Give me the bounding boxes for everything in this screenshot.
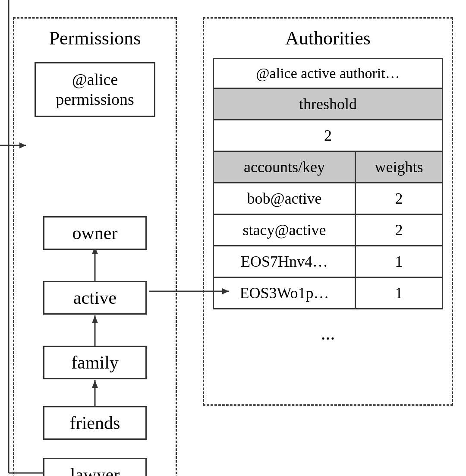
authority-header-row: @alice active authorit… <box>214 59 443 88</box>
authorities-panel: Authorities @alice active authorit… thre… <box>203 17 453 406</box>
permissions-panel: Permissions @alice permissions <box>13 17 177 476</box>
threshold-value-row: 2 <box>214 120 443 151</box>
threshold-label: threshold <box>214 88 443 120</box>
col-weights-header: weights <box>356 151 443 183</box>
threshold-label-row: threshold <box>214 88 443 120</box>
active-node: active <box>43 281 147 315</box>
permissions-title: Permissions <box>23 27 167 49</box>
main-container: Permissions @alice permissions <box>0 0 466 476</box>
alice-active-authority-label: @alice active authorit… <box>214 59 443 88</box>
weight-cell: 1 <box>356 246 443 277</box>
family-node: family <box>43 346 147 379</box>
weight-cell: 1 <box>356 277 443 309</box>
table-row: EOS3Wo1p… 1 <box>214 277 443 309</box>
threshold-value: 2 <box>214 120 443 151</box>
owner-node: owner <box>43 216 147 250</box>
authorities-ellipsis: ... <box>213 322 443 344</box>
svg-marker-5 <box>92 380 98 388</box>
weight-cell: 2 <box>356 214 443 246</box>
nodes-wrapper: owner active family friends lawyer <box>26 117 164 476</box>
table-row: stacy@active 2 <box>214 214 443 246</box>
col-accounts-header: accounts/key <box>214 151 356 183</box>
account-cell: EOS3Wo1p… <box>214 277 356 309</box>
table-row: bob@active 2 <box>214 183 443 214</box>
account-cell: stacy@active <box>214 214 356 246</box>
lawyer-node: lawyer <box>43 458 147 476</box>
account-cell: bob@active <box>214 183 356 214</box>
alice-permissions-box: @alice permissions <box>35 62 155 117</box>
weight-cell: 2 <box>356 183 443 214</box>
table-row: EOS7Hnv4… 1 <box>214 246 443 277</box>
permissions-content: @alice permissions <box>23 58 167 476</box>
columns-header-row: accounts/key weights <box>214 151 443 183</box>
svg-marker-3 <box>92 315 98 323</box>
friends-node: friends <box>43 406 147 440</box>
account-cell: EOS7Hnv4… <box>214 246 356 277</box>
authorities-title: Authorities <box>213 27 443 49</box>
authority-table: @alice active authorit… threshold 2 acco… <box>213 58 443 309</box>
